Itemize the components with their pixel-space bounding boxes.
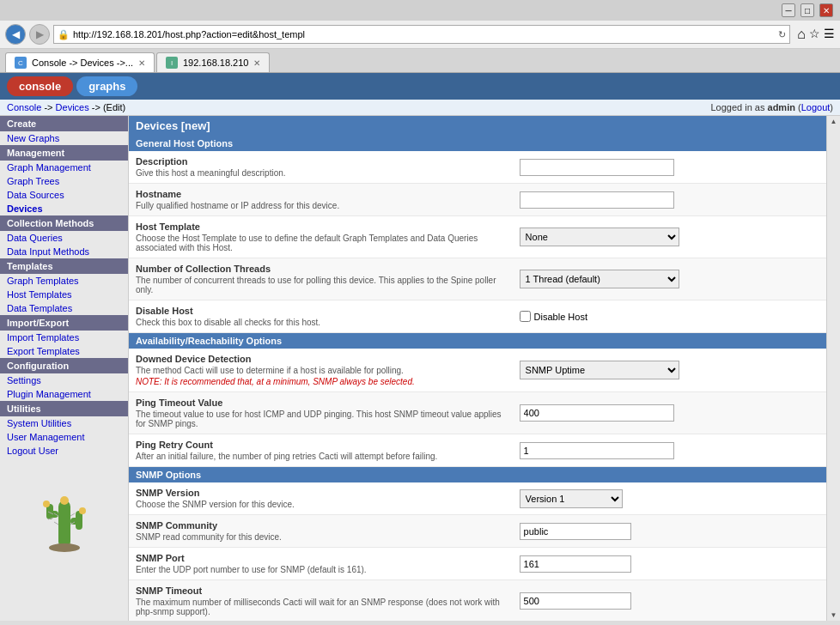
input-description[interactable] <box>520 159 674 176</box>
sidebar-item-logout-user[interactable]: Logout User <box>0 444 128 458</box>
desc-downed-detection: The method Cacti will use to determine i… <box>136 366 506 375</box>
svg-point-5 <box>49 543 80 552</box>
url-input[interactable] <box>73 29 775 39</box>
sidebar-header-create: Create <box>0 116 128 131</box>
label-hostname: Hostname <box>136 189 506 199</box>
tab-bar: C Console -> Devices ->... ✕ I 192.168.1… <box>0 49 840 72</box>
sidebar-item-graph-trees[interactable]: Graph Trees <box>0 174 128 188</box>
desc-disable-host: Check this box to disable all checks for… <box>136 318 506 327</box>
desc-snmp-port: Enter the UDP port number to use for SNM… <box>136 565 506 574</box>
menu-icon[interactable]: ☰ <box>824 27 835 42</box>
desc-snmp-version: Choose the SNMP version for this device. <box>136 500 506 509</box>
minimize-button[interactable]: ─ <box>782 3 795 17</box>
sidebar-header-import-export: Import/Export <box>0 315 128 331</box>
svg-line-10 <box>70 513 75 516</box>
select-collection-threads[interactable]: 1 Thread (default) 2 Threads 4 Threads <box>520 270 679 288</box>
label-snmp-timeout: SNMP Timeout <box>136 586 506 596</box>
star-icon[interactable]: ☆ <box>809 27 820 42</box>
sidebar-item-data-sources[interactable]: Data Sources <box>0 188 128 202</box>
graphs-nav[interactable]: graphs <box>76 76 137 96</box>
svg-point-13 <box>43 501 50 507</box>
sidebar-item-export-templates[interactable]: Export Templates <box>0 344 128 358</box>
home-icon[interactable]: ⌂ <box>797 27 806 42</box>
svg-point-12 <box>60 496 69 505</box>
label-description: Description <box>136 156 506 167</box>
scroll-down[interactable]: ▼ <box>829 610 839 621</box>
select-downed-detection[interactable]: SNMP Uptime ICMP None <box>520 361 679 379</box>
tab-label-1: 192.168.18.210 <box>183 58 248 68</box>
desc-ping-timeout: The timeout value to use for host ICMP a… <box>136 410 506 428</box>
cactus-logo <box>0 466 128 563</box>
sidebar-item-data-templates[interactable]: Data Templates <box>0 301 128 315</box>
sidebar-item-devices[interactable]: Devices <box>0 202 128 215</box>
content-area: Devices [new] General Host Options Descr… <box>129 116 826 621</box>
close-button[interactable]: ✕ <box>819 3 833 17</box>
back-button[interactable]: ◀ <box>5 24 26 45</box>
section-header-availability: Availability/Reachability Options <box>129 333 826 349</box>
input-ping-retry[interactable] <box>520 442 674 459</box>
label-host-template: Host Template <box>136 221 506 232</box>
general-options-table: Description Give this host a meaningful … <box>129 151 826 333</box>
sidebar-item-plugin-management[interactable]: Plugin Management <box>0 387 128 401</box>
sidebar-item-new-graphs[interactable]: New Graphs <box>0 131 128 145</box>
sidebar-header-templates: Templates <box>0 258 128 274</box>
checkbox-disable-host-label: Disable Host <box>520 311 819 322</box>
forward-button[interactable]: ▶ <box>29 24 50 45</box>
breadcrumb-login: Logged in as admin (Logout) <box>710 102 833 112</box>
label-ping-retry: Ping Retry Count <box>136 440 506 450</box>
tab-console-devices[interactable]: C Console -> Devices ->... ✕ <box>5 52 155 72</box>
sidebar-item-import-templates[interactable]: Import Templates <box>0 331 128 344</box>
sidebar-item-host-templates[interactable]: Host Templates <box>0 288 128 301</box>
desc-snmp-community: SNMP read community for this device. <box>136 532 506 542</box>
row-disable-host: Disable Host Check this box to disable a… <box>129 300 826 333</box>
input-hostname[interactable] <box>520 191 674 209</box>
top-nav: console graphs <box>0 73 840 100</box>
section-header-snmp: SNMP Options <box>129 467 826 482</box>
tab-close-1[interactable]: ✕ <box>253 58 260 68</box>
scroll-up[interactable]: ▲ <box>829 116 839 127</box>
maximize-button[interactable]: □ <box>800 3 814 17</box>
select-snmp-version[interactable]: Version 1 Version 2 Version 3 <box>520 489 623 508</box>
input-ping-timeout[interactable] <box>520 404 674 422</box>
scrollbar[interactable]: ▲ ▼ <box>826 116 840 621</box>
breadcrumb: Console -> Devices -> (Edit) Logged in a… <box>0 100 840 116</box>
input-snmp-community[interactable] <box>520 523 631 540</box>
availability-options-table: Downed Device Detection The method Cacti… <box>129 349 826 467</box>
input-snmp-timeout[interactable] <box>520 592 631 610</box>
sidebar-item-graph-management[interactable]: Graph Management <box>0 161 128 174</box>
breadcrumb-devices[interactable]: Devices <box>56 102 89 112</box>
sidebar-item-data-queries[interactable]: Data Queries <box>0 231 128 245</box>
address-bar[interactable]: 🔒 ↻ <box>53 25 790 44</box>
sidebar-header-management: Management <box>0 145 128 161</box>
checkbox-disable-host[interactable] <box>520 311 531 322</box>
svg-point-14 <box>79 507 86 514</box>
snmp-options-table: SNMP Version Choose the SNMP version for… <box>129 482 826 621</box>
sidebar-item-user-management[interactable]: User Management <box>0 430 128 444</box>
row-snmp-version: SNMP Version Choose the SNMP version for… <box>129 482 826 515</box>
sidebar-item-data-input-methods[interactable]: Data Input Methods <box>0 245 128 258</box>
input-snmp-port[interactable] <box>520 555 631 573</box>
row-hostname: Hostname Fully qualified hostname or IP … <box>129 184 826 216</box>
sidebar-item-settings[interactable]: Settings <box>0 373 128 387</box>
desc-description: Give this host a meaningful description. <box>136 168 506 178</box>
tab-ip[interactable]: I 192.168.18.210 ✕ <box>156 52 270 72</box>
sidebar-header-configuration: Configuration <box>0 358 128 373</box>
page-title: Devices [new] <box>129 116 826 136</box>
sidebar-item-graph-templates[interactable]: Graph Templates <box>0 274 128 288</box>
row-description: Description Give this host a meaningful … <box>129 151 826 184</box>
breadcrumb-path: Console -> Devices -> (Edit) <box>7 102 125 112</box>
refresh-icon[interactable]: ↻ <box>778 29 786 40</box>
sidebar-item-system-utilities[interactable]: System Utilities <box>0 416 128 430</box>
tab-icon-0: C <box>15 57 27 69</box>
label-snmp-community: SNMP Community <box>136 520 506 531</box>
console-nav[interactable]: console <box>7 76 73 96</box>
row-ping-retry: Ping Retry Count After an initial failur… <box>129 434 826 467</box>
row-downed-detection: Downed Device Detection The method Cacti… <box>129 349 826 392</box>
tab-close-0[interactable]: ✕ <box>138 58 145 68</box>
desc-ping-retry: After an initial failure, the number of … <box>136 452 506 461</box>
note-downed-detection: NOTE: It is recommended that, at a minim… <box>136 377 506 386</box>
desc-hostname: Fully qualified hostname or IP address f… <box>136 201 506 210</box>
logout-link[interactable]: Logout <box>801 102 831 112</box>
select-host-template[interactable]: None <box>520 228 679 246</box>
breadcrumb-console[interactable]: Console <box>7 102 41 112</box>
